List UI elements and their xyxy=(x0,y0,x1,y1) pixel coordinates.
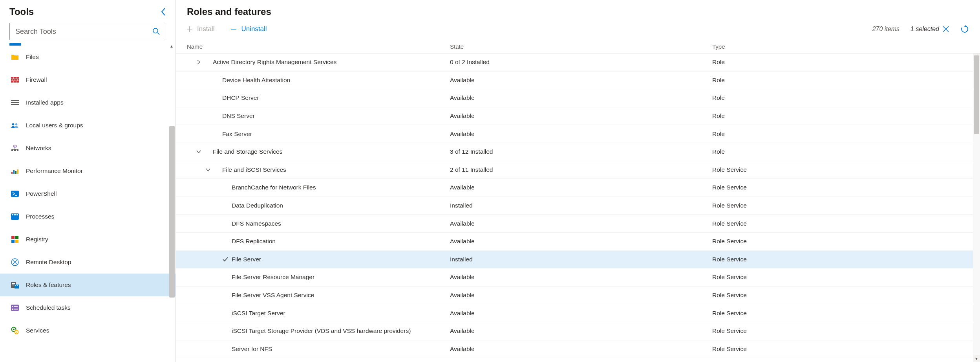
row-state: Available xyxy=(450,292,712,299)
table-row[interactable]: DNS ServerAvailableRole xyxy=(176,107,980,125)
uninstall-button[interactable]: Uninstall xyxy=(228,24,269,35)
svg-line-1 xyxy=(157,33,159,35)
plus-icon xyxy=(186,26,193,33)
nav-scroll[interactable]: FilesFirewallInstalled appsLocal users &… xyxy=(0,42,176,362)
sidebar-item-installed-apps[interactable]: Installed apps xyxy=(0,91,176,114)
table-header: Name State Type xyxy=(176,40,980,53)
svg-point-16 xyxy=(15,123,17,125)
svg-rect-24 xyxy=(11,172,13,174)
row-type: Role Service xyxy=(712,310,969,317)
svg-point-0 xyxy=(153,28,158,33)
table-row[interactable]: File and iSCSI Services2 of 11 Installed… xyxy=(176,161,980,179)
row-type: Role Service xyxy=(712,238,969,245)
row-state: Available xyxy=(450,345,712,353)
row-name: File and Storage Services xyxy=(210,148,282,155)
sidebar-item-services[interactable]: Services xyxy=(0,319,176,342)
row-name: Server for NFS xyxy=(229,345,272,353)
tasks-icon xyxy=(11,304,19,312)
page-title: Roles and features xyxy=(187,6,969,17)
name-cell: Active Directory Rights Management Servi… xyxy=(187,59,450,66)
table-row[interactable]: Server for NFSAvailableRole Service xyxy=(176,340,980,358)
table-row[interactable]: File ServerInstalledRole Service xyxy=(176,251,980,269)
sidebar-item-label: Registry xyxy=(26,236,48,243)
row-type: Role xyxy=(712,77,969,84)
chevron-left-icon xyxy=(161,7,166,16)
sidebar-item-files[interactable]: Files xyxy=(0,46,176,68)
scroll-down-hint-main[interactable]: ▼ xyxy=(973,355,980,362)
svg-rect-23 xyxy=(17,149,18,151)
chevron-down-icon[interactable] xyxy=(204,168,212,172)
sidebar-header: Tools xyxy=(0,0,176,23)
install-label: Install xyxy=(197,25,214,33)
chevron-down-icon[interactable] xyxy=(195,150,203,154)
col-state-header[interactable]: State xyxy=(450,43,712,50)
row-name: File Server Resource Manager xyxy=(229,274,314,281)
main-scrollbar-track[interactable]: ▲ ▼ xyxy=(973,53,980,362)
refresh-button[interactable] xyxy=(960,25,969,33)
table-row[interactable]: iSCSI Target Storage Provider (VDS and V… xyxy=(176,322,980,340)
folder-icon xyxy=(11,53,19,61)
main-scrollbar-thumb[interactable] xyxy=(974,55,979,134)
sidebar-item-processes[interactable]: Processes xyxy=(0,205,176,228)
svg-rect-43 xyxy=(12,285,15,285)
checkmark-icon xyxy=(221,257,229,262)
sidebar-item-remote-desktop[interactable]: Remote Desktop xyxy=(0,251,176,274)
refresh-icon xyxy=(960,25,969,33)
users-icon xyxy=(11,121,19,129)
sidebar-item-performance-monitor[interactable]: Performance Monitor xyxy=(0,160,176,182)
table-row[interactable]: Data DeduplicationInstalledRole Service xyxy=(176,197,980,215)
table-row[interactable]: DHCP ServerAvailableRole xyxy=(176,89,980,107)
uninstall-label: Uninstall xyxy=(241,25,267,33)
row-type: Role Service xyxy=(712,256,969,263)
sidebar-item-networks[interactable]: Networks xyxy=(0,137,176,160)
sidebar-item-roles-features[interactable]: Roles & features xyxy=(0,274,176,296)
table-row[interactable]: DFS NamespacesAvailableRole Service xyxy=(176,215,980,233)
table-row[interactable]: Fax ServerAvailableRole xyxy=(176,125,980,143)
row-state: Available xyxy=(450,94,712,101)
table-row[interactable]: Active Directory Rights Management Servi… xyxy=(176,53,980,72)
name-cell: Data Deduplication xyxy=(187,202,450,209)
table-row[interactable]: File Server Resource ManagerAvailableRol… xyxy=(176,268,980,287)
table-row[interactable]: File and Storage Services3 of 12 Install… xyxy=(176,143,980,161)
search-box[interactable] xyxy=(9,23,166,40)
sidebar-item-label: Services xyxy=(26,327,49,334)
registry-icon xyxy=(11,235,19,243)
clear-selection-button[interactable] xyxy=(942,26,949,33)
close-icon xyxy=(942,26,949,33)
svg-rect-42 xyxy=(12,283,15,284)
row-state: Available xyxy=(450,112,712,119)
remote-icon xyxy=(11,258,19,266)
sidebar-item-registry[interactable]: Registry xyxy=(0,228,176,251)
svg-rect-25 xyxy=(13,170,15,174)
sidebar-item-local-users-groups[interactable]: Local users & groups xyxy=(0,114,176,137)
chevron-right-icon[interactable] xyxy=(195,60,203,64)
search-input[interactable] xyxy=(15,28,152,36)
row-name: File Server VSS Agent Service xyxy=(229,292,314,299)
name-cell: File Server VSS Agent Service xyxy=(187,292,450,299)
row-type: Role xyxy=(712,112,969,119)
table-row[interactable]: BranchCache for Network FilesAvailableRo… xyxy=(176,179,980,197)
sidebar-item-firewall[interactable]: Firewall xyxy=(0,68,176,91)
table-row[interactable]: DFS ReplicationAvailableRole Service xyxy=(176,233,980,251)
row-state: Available xyxy=(450,327,712,334)
col-name-header[interactable]: Name xyxy=(187,43,450,50)
sidebar-item-powershell[interactable]: PowerShell xyxy=(0,182,176,205)
table-row[interactable]: iSCSI Target ServerAvailableRole Service xyxy=(176,304,980,322)
row-state: Available xyxy=(450,184,712,191)
svg-rect-37 xyxy=(15,240,18,243)
main-header: Roles and features xyxy=(176,0,980,21)
row-type: Role Service xyxy=(712,184,969,191)
collapse-sidebar-button[interactable] xyxy=(161,7,166,16)
sidebar-title: Tools xyxy=(9,6,34,17)
row-name: BranchCache for Network Files xyxy=(229,184,316,191)
search-icon xyxy=(152,28,160,35)
sidebar-scrollbar-thumb[interactable] xyxy=(169,126,175,298)
name-cell: iSCSI Target Storage Provider (VDS and V… xyxy=(187,327,450,334)
sidebar-item-scheduled-tasks[interactable]: Scheduled tasks xyxy=(0,296,176,319)
col-type-header[interactable]: Type xyxy=(712,43,969,50)
table-body[interactable]: Active Directory Rights Management Servi… xyxy=(176,53,980,362)
search-wrap xyxy=(0,23,176,42)
row-type: Role xyxy=(712,94,969,101)
table-row[interactable]: File Server VSS Agent ServiceAvailableRo… xyxy=(176,287,980,305)
table-row[interactable]: Device Health AttestationAvailableRole xyxy=(176,72,980,90)
